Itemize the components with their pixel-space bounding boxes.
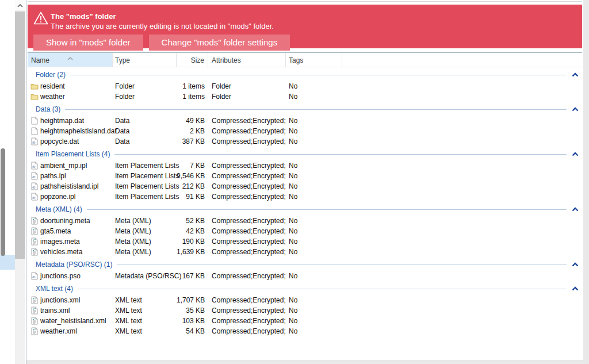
column-header-label: Tags <box>289 56 303 64</box>
file-type-cell: Item Placement Lists <box>113 182 177 190</box>
group-label: Meta (XML) (4) <box>28 205 82 213</box>
file-size-cell: 167 KB <box>177 272 208 280</box>
file-name-cell: vehicles.meta <box>28 248 113 256</box>
file-size-cell: 49 KB <box>177 117 208 125</box>
file-name-cell: popzone.ipl <box>28 193 113 201</box>
file-attributes-cell: Compressed;Encrypted; <box>208 217 286 225</box>
table-row[interactable]: vehicles.metaMeta (XML)1,639 KBCompresse… <box>28 247 582 257</box>
file-name-cell: heightmap.dat <box>28 117 113 125</box>
table-row[interactable]: popzone.iplItem Placement Lists91 KBComp… <box>28 191 582 202</box>
file-type-cell: Metadata (PSO/RSC) <box>113 272 177 280</box>
file-size-cell: 1,639 KB <box>177 248 208 256</box>
table-row[interactable]: doortuning.metaMeta (XML)52 KBCompressed… <box>28 216 582 226</box>
table-row[interactable]: junctions.psoMetadata (PSO/RSC)167 KBCom… <box>28 271 582 281</box>
xml-icon <box>30 327 39 336</box>
file-size-cell: 54 KB <box>177 327 208 335</box>
xml-icon <box>30 317 39 325</box>
table-row[interactable]: paths.iplItem Placement Lists9,546 KBCom… <box>28 171 582 181</box>
file-attributes-cell: Compressed;Encrypted; <box>208 306 286 315</box>
warning-triangle-icon <box>33 11 48 27</box>
column-header-name[interactable]: Name <box>28 53 113 67</box>
file-name-cell: paths.ipl <box>28 172 113 181</box>
file-tags-cell: No <box>286 248 342 256</box>
group-divider-line <box>114 154 567 155</box>
file-type-cell: Item Placement Lists <box>113 172 177 180</box>
file-name: resident <box>40 82 65 90</box>
file-name-cell: ambient_mp.ipl <box>28 162 113 170</box>
column-header-filler <box>342 53 582 67</box>
collapse-group-icon[interactable] <box>571 262 579 267</box>
xml-icon <box>30 296 39 305</box>
table-row[interactable]: residentFolder1 itemsFolderNo <box>28 81 582 91</box>
collapse-group-icon[interactable] <box>571 72 579 78</box>
file-tags-cell: No <box>286 162 342 170</box>
left-scrollbar[interactable] <box>15 0 25 364</box>
xml-icon <box>30 237 39 246</box>
column-header-label: Name <box>31 56 49 64</box>
scroll-up-icon <box>17 1 23 9</box>
file-attributes-cell: Compressed;Encrypted; <box>208 317 286 325</box>
table-row[interactable]: water_heistisland.xmlXML text103 KBCompr… <box>28 316 582 326</box>
binary-icon <box>30 137 39 146</box>
table-row[interactable]: junctions.xmlXML text1,707 KBCompressed;… <box>28 295 582 305</box>
left-scrollbar-thumb[interactable] <box>15 12 25 259</box>
right-scrollbar[interactable] <box>583 0 589 364</box>
file-attributes-cell: Compressed;Encrypted; <box>208 296 286 304</box>
table-row[interactable]: heightmap.datData49 KBCompressed;Encrypt… <box>28 116 582 126</box>
change-mods-folder-settings-button[interactable]: Change "mods" folder settings <box>149 35 290 51</box>
group-label: Item Placement Lists (4) <box>28 150 110 158</box>
file-type-cell: Meta (XML) <box>113 248 177 256</box>
file-tags-cell: No <box>286 272 342 280</box>
table-row[interactable]: images.metaMeta (XML)190 KBCompressed;En… <box>28 236 582 247</box>
table-row[interactable]: weather.xmlXML text54 KBCompressed;Encry… <box>28 326 582 336</box>
file-size-cell: 91 KB <box>177 193 208 201</box>
group-divider-line <box>87 209 567 210</box>
file-type-cell: Data <box>113 127 177 135</box>
group-header: Data (3) <box>28 104 582 114</box>
file-attributes-cell: Compressed;Encrypted; <box>208 127 286 135</box>
file-tags-cell: No <box>286 117 342 125</box>
column-header-attributes[interactable]: Attributes <box>208 53 286 67</box>
file-name: images.meta <box>40 237 80 246</box>
archive-content-pane: The "mods" folder The archive you are cu… <box>28 0 582 364</box>
file-name-cell: resident <box>28 82 113 91</box>
file-tags-cell: No <box>286 137 342 145</box>
file-name: junctions.xml <box>40 296 80 304</box>
table-row[interactable]: heightmapheistisland.datData2 KBCompress… <box>28 126 582 136</box>
left-scrollbar-up-button[interactable] <box>15 0 25 10</box>
binary-icon <box>30 162 39 170</box>
file-name-cell: popcycle.dat <box>28 137 113 146</box>
table-row[interactable]: ambient_mp.iplItem Placement Lists7 KBCo… <box>28 160 582 171</box>
binary-icon <box>30 172 39 181</box>
file-attributes-cell: Compressed;Encrypted; <box>208 227 286 235</box>
table-row[interactable]: weatherFolder1 itemsFolderNo <box>28 91 582 102</box>
table-row[interactable]: pathsheistisland.iplItem Placement Lists… <box>28 181 582 191</box>
column-header-tags[interactable]: Tags <box>286 53 342 67</box>
table-row[interactable]: gta5.metaMeta (XML)42 KBCompressed;Encry… <box>28 226 582 236</box>
file-name: gta5.meta <box>40 227 71 235</box>
file-type-cell: Item Placement Lists <box>113 193 177 201</box>
file-size-cell: 1 items <box>177 82 208 90</box>
file-name-cell: heightmapheistisland.dat <box>28 127 113 136</box>
show-in-mods-folder-button[interactable]: Show in "mods" folder <box>33 35 143 51</box>
table-row[interactable]: trains.xmlXML text35 KBCompressed;Encryp… <box>28 305 582 316</box>
collapse-group-icon[interactable] <box>571 286 579 292</box>
file-tags-cell: No <box>286 327 342 335</box>
file-tags-cell: No <box>286 237 342 246</box>
column-header-type[interactable]: Type <box>113 53 177 67</box>
group-divider-line <box>117 265 567 265</box>
xml-icon <box>30 248 39 256</box>
banner-title: The "mods" folder <box>51 12 116 21</box>
tree-selection-fragment[interactable] <box>0 255 15 270</box>
collapse-group-icon[interactable] <box>571 206 579 212</box>
file-type-cell: Meta (XML) <box>113 227 177 235</box>
collapse-group-icon[interactable] <box>571 151 579 157</box>
column-header-size[interactable]: Size <box>177 53 208 67</box>
column-header-label: Size <box>191 56 204 64</box>
table-row[interactable]: popcycle.datData387 KBCompressed;Encrypt… <box>28 136 582 147</box>
right-scrollbar-thumb[interactable] <box>1 148 5 256</box>
collapse-group-icon[interactable] <box>571 106 579 112</box>
top-border-line <box>28 1 582 2</box>
binary-icon <box>30 193 39 201</box>
file-attributes-cell: Compressed;Encrypted; <box>208 327 286 335</box>
